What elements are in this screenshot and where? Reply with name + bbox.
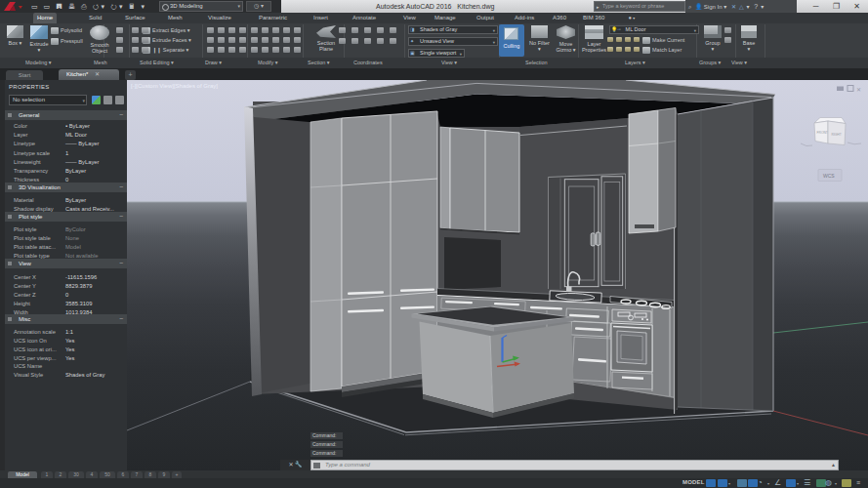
svg-text:✕: ✕	[856, 87, 861, 93]
svg-text:[-][Custom View][Shades of Gra: [-][Custom View][Shades of Gray]	[131, 83, 218, 89]
svg-text:RIGHT: RIGHT	[832, 133, 842, 137]
svg-text:FRONT: FRONT	[817, 131, 828, 135]
svg-text:WCS: WCS	[823, 173, 835, 179]
